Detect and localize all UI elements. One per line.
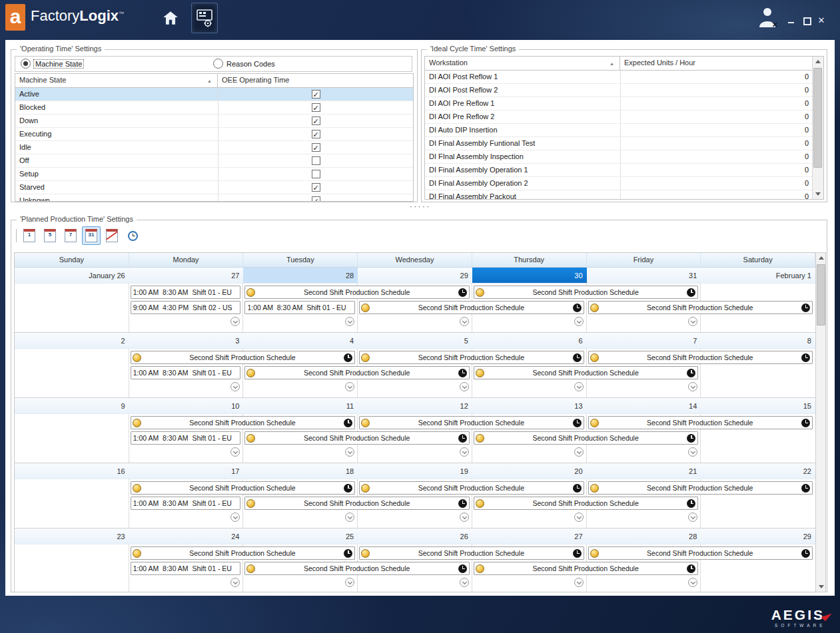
shift-event[interactable]: 1:00 AM 8:30 AM Shift 01 - EU <box>131 497 241 510</box>
expand-day-button[interactable] <box>460 447 469 457</box>
expand-day-button[interactable] <box>230 382 240 391</box>
expand-day-button[interactable] <box>574 447 584 457</box>
date-cell[interactable]: 26 <box>358 528 472 544</box>
date-cell[interactable]: 7 <box>587 333 701 349</box>
date-cell[interactable]: 16 <box>15 463 129 479</box>
expand-day-button[interactable] <box>574 317 584 326</box>
maximize-button[interactable] <box>801 15 812 26</box>
machine-state-row[interactable]: Off <box>15 154 413 168</box>
date-cell[interactable]: 28 <box>587 528 701 544</box>
expand-day-button[interactable] <box>574 382 584 391</box>
workstation-row[interactable]: DI Final Assembly Operation 10 <box>425 164 813 177</box>
workstation-row[interactable]: DI FInal Assembly Inspection0 <box>425 150 813 164</box>
expand-day-button[interactable] <box>688 513 697 522</box>
shift-event[interactable]: 9:00 AM 4:30 PM Shift 02 - US <box>131 301 241 314</box>
schedule-event[interactable]: Second Shift Production Schedule <box>588 546 813 560</box>
oee-checkbox[interactable]: ✓ <box>312 103 320 112</box>
expand-day-button[interactable] <box>345 513 354 522</box>
schedule-event[interactable]: Second Shift Production Schedule <box>359 546 584 560</box>
date-cell[interactable]: 6 <box>472 333 587 349</box>
date-cell[interactable]: 29 <box>358 268 472 284</box>
workstation-row[interactable]: DI AOI Pre Reflow 20 <box>425 110 813 124</box>
expand-day-button[interactable] <box>688 382 697 391</box>
date-cell[interactable]: 11 <box>243 398 358 414</box>
expand-day-button[interactable] <box>345 382 354 391</box>
expand-day-button[interactable] <box>345 578 354 587</box>
date-cell[interactable]: 28 <box>243 268 358 284</box>
expand-day-button[interactable] <box>230 317 240 326</box>
scroll-down-button[interactable] <box>813 189 823 199</box>
splitter-handle[interactable]: ····· <box>5 202 835 210</box>
date-cell[interactable]: 13 <box>472 398 587 414</box>
workstation-row[interactable]: DI Final Assembly Operation 20 <box>425 177 813 190</box>
date-cell[interactable]: 8 <box>701 333 815 349</box>
expand-day-button[interactable] <box>460 317 469 326</box>
expand-day-button[interactable] <box>574 578 584 587</box>
schedule-event[interactable]: Second Shift Production Schedule <box>588 481 813 495</box>
workstation-row[interactable]: DI AOI Pre Reflow 10 <box>425 97 813 110</box>
schedule-event[interactable]: Second Shift Production Schedule <box>588 301 813 314</box>
schedule-event[interactable]: Second Shift Production Schedule <box>131 481 355 495</box>
schedule-event[interactable]: Second Shift Production Schedule <box>359 416 584 429</box>
oee-checkbox[interactable]: ✓ <box>312 143 320 152</box>
date-cell[interactable]: 15 <box>701 398 815 414</box>
column-header-machine-state[interactable]: Machine State▲ <box>15 74 218 87</box>
schedule-event[interactable]: Second Shift Production Schedule <box>131 351 355 364</box>
schedule-event[interactable]: Second Shift Production Schedule <box>359 351 584 364</box>
machine-state-row[interactable]: Active✓ <box>15 88 413 101</box>
shift-event[interactable]: 1:00 AM 8:30 AM Shift 01 - EU <box>131 366 241 379</box>
reason-codes-radio[interactable]: Reason Codes <box>213 59 275 69</box>
schedule-event[interactable]: Second Shift Production Schedule <box>474 497 698 510</box>
date-cell[interactable]: 14 <box>587 398 701 414</box>
oee-checkbox[interactable] <box>312 170 320 178</box>
machine-state-radio[interactable]: Machine State <box>21 59 83 69</box>
workstation-row[interactable]: DI Auto DIP Insertion0 <box>425 124 813 137</box>
schedule-event[interactable]: Second Shift Production Schedule <box>244 562 469 575</box>
expand-day-button[interactable] <box>574 513 584 522</box>
oee-settings-button[interactable] <box>191 3 218 33</box>
machine-state-row[interactable]: Idle✓ <box>15 141 413 154</box>
hide-nonworking-button[interactable] <box>103 226 121 245</box>
workstation-row[interactable]: DI AOI Post Reflow 10 <box>425 71 813 84</box>
scrollbar-thumb[interactable] <box>813 68 822 168</box>
schedule-event[interactable]: Second Shift Production Schedule <box>474 562 698 575</box>
oee-checkbox[interactable]: ✓ <box>312 183 320 192</box>
date-cell[interactable]: 25 <box>243 528 358 544</box>
machine-state-row[interactable]: Down✓ <box>15 114 413 128</box>
machine-state-row[interactable]: Blocked✓ <box>15 101 413 114</box>
column-header-expected-units[interactable]: Expected Units / Hour <box>620 57 813 70</box>
date-cell[interactable]: 23 <box>15 528 129 544</box>
work-week-view-button[interactable]: 5 <box>41 226 59 245</box>
date-cell[interactable]: 12 <box>358 398 472 414</box>
schedule-event[interactable]: Second Shift Production Schedule <box>244 366 469 379</box>
date-cell[interactable]: 3 <box>129 333 244 349</box>
scroll-up-button[interactable] <box>816 253 826 263</box>
schedule-event[interactable]: Second Shift Production Schedule <box>131 546 355 560</box>
month-view-button[interactable]: 31 <box>82 226 101 245</box>
date-cell[interactable]: 2 <box>15 333 129 349</box>
machine-state-row[interactable]: Starved✓ <box>15 181 413 194</box>
schedule-event[interactable]: Second Shift Production Schedule <box>244 286 469 299</box>
date-cell[interactable]: 10 <box>129 398 244 414</box>
date-cell[interactable]: 9 <box>15 398 129 414</box>
expand-day-button[interactable] <box>688 447 697 457</box>
date-cell[interactable]: 30 <box>472 268 587 284</box>
shift-event[interactable]: 1:00 AM 8:30 AM Shift 01 - EU <box>244 301 355 314</box>
home-button[interactable] <box>160 8 181 28</box>
date-cell[interactable]: 20 <box>472 463 587 479</box>
minimize-button[interactable] <box>786 15 797 26</box>
schedule-event[interactable]: Second Shift Production Schedule <box>244 497 469 510</box>
column-header-workstation[interactable]: Workstation▲ <box>425 57 620 70</box>
shift-event[interactable]: 1:00 AM 8:30 AM Shift 01 - EU <box>131 286 241 299</box>
expand-day-button[interactable] <box>688 578 697 587</box>
date-cell[interactable]: 31 <box>587 268 701 284</box>
scrollbar-thumb[interactable] <box>817 264 825 325</box>
schedule-event[interactable]: Second Shift Production Schedule <box>474 286 698 299</box>
workstation-table-scrollbar[interactable] <box>812 57 823 199</box>
schedule-event[interactable]: Second Shift Production Schedule <box>474 431 698 445</box>
schedule-event[interactable]: Second Shift Production Schedule <box>359 481 584 495</box>
date-cell[interactable]: 5 <box>358 333 472 349</box>
machine-state-row[interactable]: Setup <box>15 168 413 181</box>
day-view-button[interactable]: 1 <box>20 226 39 245</box>
close-button[interactable]: ✕ <box>816 15 827 26</box>
